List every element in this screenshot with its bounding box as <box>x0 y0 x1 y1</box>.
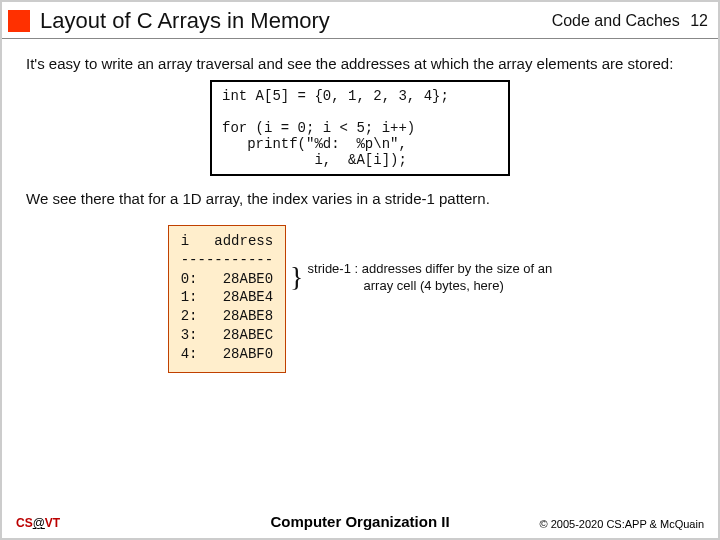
intro-text: It's easy to write an array traversal an… <box>26 55 694 74</box>
annotation-line-2: array cell (4 bytes, here) <box>364 278 504 295</box>
section-label: Code and Caches <box>552 12 680 29</box>
stride-annotation: stride-1 : addresses differ by the size … <box>308 261 553 295</box>
brace-icon: } <box>290 263 303 291</box>
slide-header: Layout of C Arrays in Memory Code and Ca… <box>2 2 718 39</box>
footer-vt: VT <box>45 516 60 530</box>
slide-content: It's easy to write an array traversal an… <box>2 39 718 373</box>
output-row: i address ----------- 0: 28ABE0 1: 28ABE… <box>26 225 694 373</box>
slide-footer: CS@VT Computer Organization II © 2005-20… <box>2 516 718 530</box>
code-block: int A[5] = {0, 1, 2, 3, 4}; for (i = 0; … <box>210 80 510 176</box>
footer-cs: CS <box>16 516 33 530</box>
title-bullet-icon <box>8 10 30 32</box>
footer-at: @ <box>33 516 45 530</box>
header-right: Code and Caches 12 <box>552 12 708 30</box>
output-block: i address ----------- 0: 28ABE0 1: 28ABE… <box>168 225 286 373</box>
slide-title: Layout of C Arrays in Memory <box>40 8 552 34</box>
stride-text: We see there that for a 1D array, the in… <box>26 190 694 207</box>
footer-left: CS@VT <box>16 516 60 530</box>
footer-center: Computer Organization II <box>270 513 449 530</box>
slide: Layout of C Arrays in Memory Code and Ca… <box>0 0 720 540</box>
footer-right: © 2005-2020 CS:APP & McQuain <box>540 518 704 530</box>
page-number: 12 <box>690 12 708 29</box>
annotation-line-1: stride-1 : addresses differ by the size … <box>308 261 553 276</box>
